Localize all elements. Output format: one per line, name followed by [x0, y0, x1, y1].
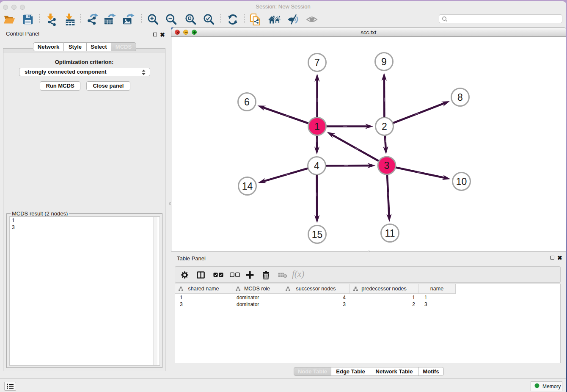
- svg-text:15: 15: [312, 229, 323, 240]
- svg-text:3: 3: [384, 160, 390, 171]
- svg-text:11: 11: [385, 228, 395, 239]
- svg-text:14: 14: [242, 181, 253, 192]
- svg-text:4: 4: [314, 160, 319, 171]
- svg-text:10: 10: [456, 176, 467, 187]
- svg-text:9: 9: [381, 56, 387, 67]
- svg-text:2: 2: [382, 121, 387, 132]
- svg-text:1: 1: [314, 121, 320, 132]
- svg-text:8: 8: [457, 92, 463, 103]
- svg-text:6: 6: [244, 97, 250, 108]
- svg-text:7: 7: [314, 57, 320, 68]
